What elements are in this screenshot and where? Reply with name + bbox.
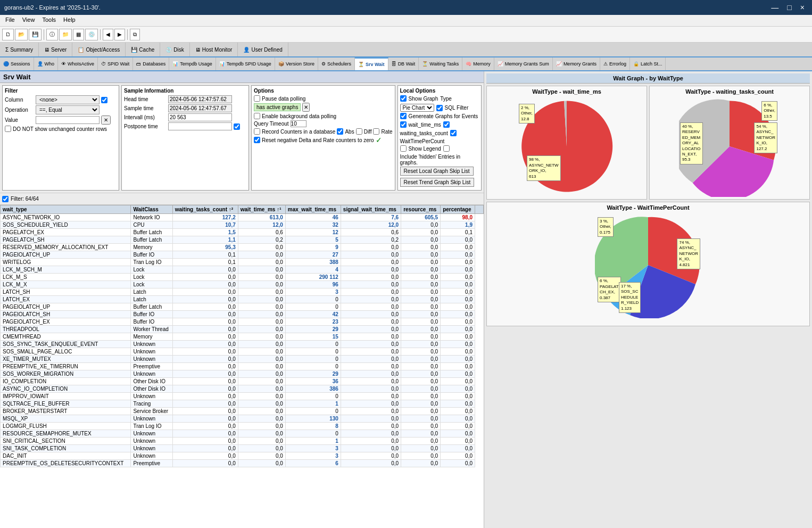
control-row: Filter Column <none> Operation ==, Equal…	[0, 83, 484, 193]
lo-waitingtasks-check[interactable]	[443, 121, 450, 128]
th-wait-time[interactable]: wait_time_ms ↑¹	[238, 205, 285, 214]
filter-op-row: Operation ==, Equal	[5, 105, 117, 114]
tab-schedulers[interactable]: ⚙ Schedulers	[318, 57, 355, 70]
table-cell: RESOURCE_SEMAPHORE_MUTEX	[1, 430, 131, 438]
lo-waitpercount-check[interactable]	[450, 130, 457, 136]
reset-local-btn[interactable]: Reset Local Graph Skip List	[400, 167, 474, 176]
table-cell: Buffer IO	[131, 251, 172, 259]
table-cell: SOS_SYNC_TASK_ENQUEUE_EVENT	[1, 341, 131, 348]
tab-databases[interactable]: 🗃 Databases	[133, 57, 169, 70]
lo-sqlfilter-check[interactable]	[436, 105, 443, 111]
tab-tempdbusage[interactable]: 📊 Tempdb Usage	[169, 57, 216, 70]
table-cell: PAGEIOLATCH_SH	[1, 311, 131, 318]
table-cell: 0,0	[172, 445, 238, 452]
tab-userdefined[interactable]: 👤User Defined	[238, 43, 288, 56]
sample-postpone-val[interactable]	[168, 122, 232, 130]
filter-op-select[interactable]: ==, Equal	[36, 105, 100, 114]
opt-rate-check[interactable]	[373, 128, 379, 135]
close-btn[interactable]: ×	[797, 3, 808, 12]
tab-objectaccess[interactable]: 📋Object/Access	[72, 43, 126, 56]
menu-help[interactable]: Help	[60, 16, 79, 25]
tb-grid-btn[interactable]: ▦	[73, 29, 84, 40]
minimize-btn[interactable]: —	[768, 3, 782, 12]
filter-clear-btn[interactable]: ✕	[101, 116, 111, 125]
tab-server[interactable]: 🖥Server	[39, 43, 72, 56]
menu-view[interactable]: View	[19, 16, 38, 25]
tab-tempdbspid[interactable]: 📊 Tempdb SPID Usage	[216, 57, 275, 70]
tab-sessions[interactable]: 🔵 Sessions	[0, 57, 34, 70]
table-cell: Buffer Latch	[131, 303, 172, 311]
sample-interval-val[interactable]	[168, 113, 232, 121]
maximize-btn[interactable]: □	[784, 3, 794, 12]
tb-info-btn[interactable]: ⓘ	[46, 29, 58, 40]
tab-latchst[interactable]: 🔒 Latch St...	[630, 57, 666, 70]
th-wait-type[interactable]: wait_type	[1, 205, 131, 214]
tab-summary[interactable]: ΣSummary	[0, 43, 39, 56]
opt-diff-check[interactable]	[356, 128, 362, 135]
tab-spidwait[interactable]: ⏱ SPID Wait	[98, 57, 133, 70]
tab-memory[interactable]: 🧠 Memory	[462, 57, 494, 70]
lo-generate-check[interactable]	[400, 113, 407, 119]
lo-waittimems-check[interactable]	[400, 121, 407, 128]
tb-open-btn[interactable]: 📂	[15, 29, 28, 40]
filter-badge-check[interactable]	[2, 196, 9, 202]
tb-save-btn[interactable]: 💾	[29, 29, 42, 40]
tab-srvwait[interactable]: ⏳ Srv Wait	[355, 57, 388, 70]
opt-active-badge: has active graphs	[254, 103, 301, 111]
table-cell: 7,6	[341, 214, 401, 221]
menu-tools[interactable]: Tools	[39, 16, 59, 25]
tab-disk[interactable]: 💿Disk	[160, 43, 189, 56]
sample-sampletime-val[interactable]	[168, 104, 232, 112]
tb-new-btn[interactable]: 🗋	[2, 29, 14, 40]
lo-showlegend-check[interactable]	[400, 145, 407, 152]
tab-memgrants[interactable]: 📈 Memory Grants	[553, 57, 600, 70]
tab-versionstore[interactable]: 📦 Version Store	[275, 57, 318, 70]
table-cell: 0,0	[341, 423, 401, 430]
opt-timeout-val[interactable]	[291, 120, 306, 127]
tb-folder-btn[interactable]: 📁	[59, 29, 72, 40]
tab-whoisactive[interactable]: 👁 WhoIsActive	[58, 57, 98, 70]
sample-headtime-val[interactable]	[168, 95, 232, 103]
tab-cache[interactable]: 💾Cache	[126, 43, 160, 56]
tab-waitingtasks[interactable]: ⏳ Waiting Tasks	[419, 57, 462, 70]
lo-showgraph-check[interactable]	[400, 95, 407, 102]
tb-disk-btn[interactable]: 💿	[85, 29, 98, 40]
tb-extra-btn[interactable]: ⧉	[130, 29, 140, 40]
table-cell: 0,0	[401, 251, 441, 259]
lo-includehidden-check[interactable]	[443, 145, 450, 152]
pie3-legend1: 3 %,Other,0.175	[598, 217, 614, 237]
th-wait-class[interactable]: WaitClass	[131, 205, 172, 214]
tab-errorlog[interactable]: ⚠ Errorlog	[600, 57, 630, 70]
tab-who[interactable]: 👤 Who	[34, 57, 59, 70]
th-max-wait[interactable]: max_wait_time_ms	[285, 205, 341, 214]
tb-fwd-btn[interactable]: ▶	[114, 29, 125, 40]
tab-memgrantssum[interactable]: 📈 Memory Grants Sum	[494, 57, 553, 70]
filter-nochange-check[interactable]	[5, 126, 11, 132]
th-percentage[interactable]: percentage	[441, 205, 475, 214]
opt-pause-check[interactable]	[254, 95, 260, 102]
filter-col-select[interactable]: <none>	[36, 95, 100, 104]
opt-enable-check[interactable]	[254, 113, 260, 119]
menu-file[interactable]: File	[2, 16, 18, 25]
tab-dbwait[interactable]: 🗄 DB Wait	[388, 57, 419, 70]
tab-hostmonitor[interactable]: 🖥Host Monitor	[190, 43, 238, 56]
table-cell: 96	[285, 281, 341, 288]
th-signal-wait[interactable]: signal_wait_time_ms	[341, 205, 401, 214]
table-row: SOS_SYNC_TASK_ENQUEUE_EVENTUnknown0,00,0…	[1, 341, 484, 348]
th-extra[interactable]	[475, 205, 484, 214]
table-cell: 0,0	[238, 356, 285, 363]
table-cell: 0,0	[172, 438, 238, 445]
th-waiting-tasks[interactable]: waiting_tasks_count ↑²	[172, 205, 238, 214]
th-resource-ms[interactable]: resource_ms	[401, 205, 441, 214]
filter-col-check[interactable]	[101, 97, 107, 103]
opt-reset-check[interactable]	[254, 137, 260, 143]
table-cell: 4	[285, 266, 341, 274]
opt-record-check[interactable]	[254, 128, 260, 135]
lo-type-select[interactable]: Pie Chart	[400, 104, 434, 112]
reset-trend-btn[interactable]: Reset Trend Graph Skip List	[400, 178, 475, 187]
tb-back-btn[interactable]: ◀	[103, 29, 113, 40]
filter-val-input[interactable]	[36, 116, 100, 124]
opt-active-clear-btn[interactable]: ✕	[302, 103, 310, 112]
sample-postpone-check[interactable]	[234, 123, 240, 130]
opt-abs-check[interactable]	[337, 128, 343, 135]
